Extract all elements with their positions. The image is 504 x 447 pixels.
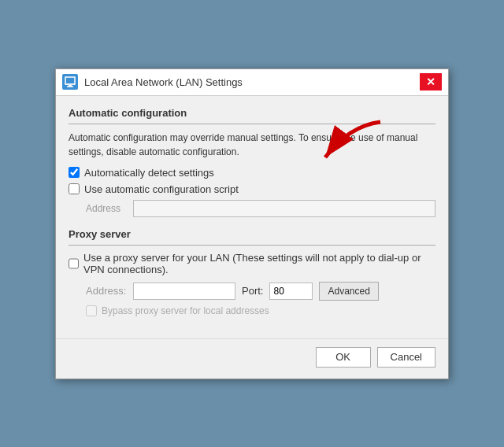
- cancel-button[interactable]: Cancel: [377, 347, 435, 368]
- script-address-input[interactable]: [133, 200, 435, 217]
- lan-settings-dialog: Local Area Network (LAN) Settings ✕ Auto…: [55, 68, 449, 379]
- svg-rect-0: [65, 77, 75, 84]
- auto-detect-label: Automatically detect settings: [84, 167, 214, 179]
- proxy-section-divider: [69, 245, 435, 246]
- dialog-content: Automatic configuration Automatic config…: [56, 96, 448, 335]
- use-script-checkbox[interactable]: [69, 183, 80, 194]
- proxy-section: Proxy server Use a proxy server for your…: [69, 228, 435, 316]
- proxy-section-title: Proxy server: [69, 228, 435, 240]
- use-proxy-label: Use a proxy server for your LAN (These s…: [83, 252, 435, 275]
- proxy-port-label: Port:: [242, 285, 263, 297]
- titlebar-left: Local Area Network (LAN) Settings: [62, 74, 243, 90]
- proxy-address-row: Address: Port: Advanced: [86, 282, 435, 301]
- auto-config-divider: [69, 124, 435, 124]
- dialog-footer: OK Cancel: [56, 338, 448, 379]
- advanced-button[interactable]: Advanced: [319, 282, 378, 301]
- bypass-row: Bypass proxy server for local addresses: [86, 305, 435, 316]
- auto-config-description: Automatic configuration may override man…: [69, 131, 435, 159]
- auto-detect-checkbox[interactable]: [69, 167, 80, 178]
- titlebar: Local Area Network (LAN) Settings ✕: [56, 69, 448, 96]
- dialog-title: Local Area Network (LAN) Settings: [84, 76, 243, 88]
- proxy-port-input[interactable]: [269, 283, 313, 300]
- bypass-checkbox[interactable]: [86, 305, 97, 316]
- proxy-addr-label: Address:: [86, 285, 127, 297]
- use-script-row: Use automatic configuration script: [69, 183, 435, 195]
- bypass-label: Bypass proxy server for local addresses: [102, 305, 269, 316]
- proxy-address-input[interactable]: [133, 283, 235, 300]
- use-proxy-checkbox[interactable]: [69, 258, 79, 269]
- ok-button[interactable]: OK: [316, 347, 371, 368]
- use-proxy-row: Use a proxy server for your LAN (These s…: [69, 252, 435, 275]
- dialog-icon: [62, 74, 78, 90]
- script-address-row: Address: [86, 200, 435, 217]
- close-button[interactable]: ✕: [420, 73, 442, 91]
- auto-detect-row: Automatically detect settings: [69, 167, 435, 179]
- auto-config-title: Automatic configuration: [69, 107, 435, 119]
- use-script-label: Use automatic configuration script: [84, 183, 239, 195]
- script-address-label: Address: [86, 203, 127, 214]
- auto-config-section: Automatic configuration Automatic config…: [69, 107, 435, 217]
